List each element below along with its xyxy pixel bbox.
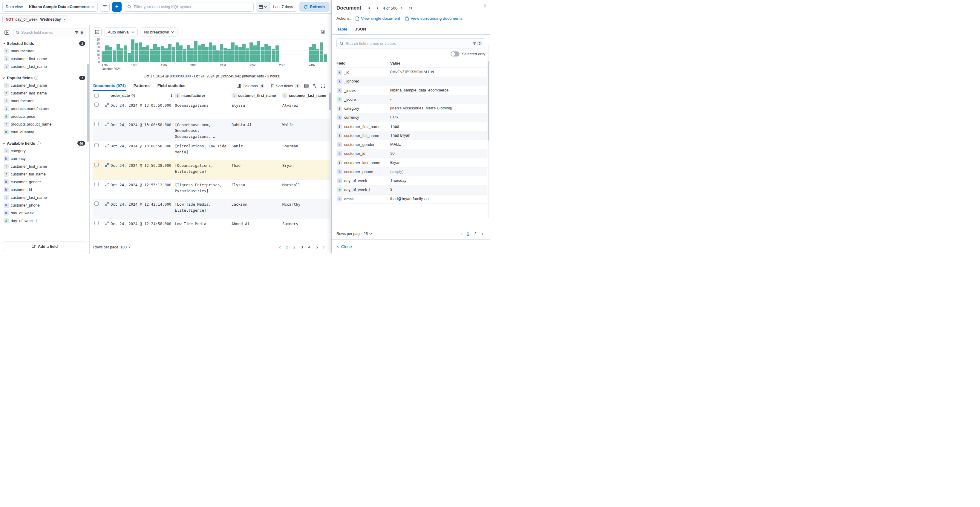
histogram-bar[interactable] (316, 49, 320, 62)
page-3-button[interactable]: 3 (299, 244, 305, 250)
section-header[interactable]: Available fields i 46 (2, 140, 85, 147)
section-header[interactable]: Popular fields i 7 (2, 75, 85, 81)
histogram-bar[interactable] (142, 47, 145, 62)
field-item[interactable]: t customer_last_name (2, 62, 85, 70)
field-item[interactable]: # total_quantity (2, 128, 85, 136)
histogram-bar[interactable] (228, 49, 231, 62)
view-surrounding-documents-link[interactable]: View surrounding documents (405, 16, 463, 21)
field-item[interactable]: t products.manufacturer (2, 105, 85, 112)
kql-search-bar[interactable] (124, 2, 254, 12)
histogram-bar[interactable] (124, 45, 127, 62)
field-item[interactable]: t customer_first_name (2, 81, 85, 89)
selected-only-toggle[interactable] (450, 51, 460, 56)
histogram-bar[interactable] (309, 47, 312, 62)
histogram-bar[interactable] (257, 41, 260, 62)
row-checkbox[interactable] (94, 201, 99, 206)
histogram-bar[interactable] (212, 45, 216, 62)
row-checkbox[interactable] (94, 182, 99, 186)
expand-document-icon[interactable] (105, 201, 109, 206)
doc-field-row[interactable]: k currency EUR (336, 113, 487, 122)
histogram-bar[interactable] (250, 43, 253, 62)
tab-table[interactable]: Table (336, 24, 348, 34)
page-2-button[interactable]: 2 (291, 244, 298, 250)
page-5-button[interactable]: 5 (313, 244, 320, 250)
doc-field-row[interactable]: # _score - (336, 95, 487, 104)
doc-field-row[interactable]: t customer_first_name Thad (336, 122, 487, 131)
kql-search-input[interactable] (134, 5, 250, 9)
close-flyout-button[interactable]: × Close (336, 244, 352, 249)
histogram-bar[interactable] (198, 45, 201, 62)
select-all-checkbox[interactable] (94, 94, 99, 98)
row-height-settings-button[interactable] (310, 82, 319, 90)
page-2-button[interactable]: 2 (472, 231, 479, 237)
field-item[interactable]: t customer_last_name (2, 89, 85, 97)
time-range-button[interactable]: Last 7 days (269, 2, 297, 11)
row-checkbox[interactable] (94, 163, 99, 167)
expand-document-icon[interactable] (105, 221, 109, 226)
doc-field-row[interactable]: k _id 0MvCvZIB9B3fOMiAU1cl (336, 68, 487, 77)
expand-document-icon[interactable] (105, 182, 109, 187)
filter-pill-not-day-of-week[interactable]: NOT day_of_week: Wednesday × (2, 16, 68, 23)
doc-field-row[interactable]: k customer_gender MALE (336, 140, 487, 149)
sidebar-scrollbar[interactable] (87, 64, 89, 142)
calendar-menu-button[interactable] (256, 2, 269, 11)
histogram-bar[interactable] (105, 45, 108, 62)
doc-field-row[interactable]: k email thad@bryan-family.zzz (336, 195, 487, 204)
field-search-box[interactable]: 0 (13, 28, 86, 37)
doc-field-row[interactable]: k customer_id 30 (336, 149, 487, 158)
columns-button[interactable]: Columns 4 (234, 82, 267, 90)
histogram-bar[interactable] (261, 47, 264, 62)
document-row[interactable]: Oct 24, 2024 @ 13:00:58.000 [Microlution… (92, 141, 329, 160)
header-order-date[interactable]: order_date (111, 94, 175, 98)
document-row[interactable]: Oct 24, 2024 @ 12:56:38.000 [Oceanavigat… (92, 160, 329, 180)
tab-documents[interactable]: Documents (974) (92, 81, 126, 91)
previous-page-button[interactable]: ‹ (458, 231, 464, 237)
breakdown-select[interactable]: No breakdown (141, 27, 178, 37)
histogram-bar[interactable] (216, 50, 220, 62)
row-checkbox[interactable] (94, 221, 99, 225)
previous-page-button[interactable]: ‹ (277, 244, 283, 250)
histogram-bar[interactable] (320, 43, 323, 62)
header-customer-last-name[interactable]: tcustomer_last_name (282, 93, 329, 98)
sort-descending-icon[interactable] (170, 94, 173, 97)
field-search-input[interactable] (21, 30, 73, 35)
field-item[interactable]: t category (2, 147, 85, 155)
histogram-bar[interactable] (109, 47, 112, 62)
expand-document-icon[interactable] (105, 102, 109, 107)
field-item[interactable]: t customer_first_name (2, 55, 85, 62)
page-1-button[interactable]: 1 (465, 231, 471, 237)
doc-field-search-input[interactable] (346, 41, 471, 46)
histogram-chart[interactable]: 051015202530 17thOctober 202418th19th20t… (92, 40, 327, 72)
doc-field-filter-button[interactable]: 0 (473, 41, 482, 45)
remove-filter-icon[interactable]: × (63, 18, 66, 22)
header-customer-first-name[interactable]: tcustomer_first_name (232, 93, 282, 98)
edit-visualization-button[interactable] (92, 27, 102, 37)
field-item[interactable]: # products.price (2, 112, 85, 120)
field-item[interactable]: k customer_id (2, 186, 85, 193)
doc-field-row[interactable]: k day_of_week Thursday (336, 176, 487, 185)
doc-field-row[interactable]: # day_of_week_i 3 (336, 185, 487, 194)
histogram-bar[interactable] (239, 47, 242, 62)
page-1-button[interactable]: 1 (283, 244, 290, 250)
doc-rows-per-page-select[interactable]: Rows per page: 25 (336, 232, 372, 236)
field-item[interactable]: k day_of_week (2, 209, 85, 217)
histogram-bar[interactable] (231, 43, 234, 62)
flyout-scrollbar[interactable] (488, 61, 489, 140)
rows-per-page-select[interactable]: Rows per page: 100 (93, 245, 131, 249)
refresh-button[interactable]: Refresh (299, 2, 329, 12)
field-item[interactable]: t manufacturer (2, 97, 85, 105)
histogram-bar[interactable] (272, 49, 275, 62)
data-view-picker[interactable]: Kibana Sample Data eCommerce (26, 2, 97, 11)
density-button[interactable] (302, 82, 310, 90)
tab-patterns[interactable]: Patterns (133, 81, 150, 91)
add-filter-button[interactable]: + (112, 2, 122, 12)
document-row[interactable]: Oct 24, 2024 @ 12:42:14.000 [Low Tide Me… (92, 199, 329, 218)
doc-field-row[interactable]: k _ignored - (336, 77, 487, 86)
histogram-bar[interactable] (183, 49, 186, 62)
field-item[interactable]: t manufacturer (2, 47, 85, 55)
previous-document-button[interactable] (374, 4, 382, 12)
row-checkbox[interactable] (94, 143, 99, 147)
expand-document-icon[interactable] (105, 122, 109, 127)
next-page-button[interactable]: › (321, 244, 326, 250)
field-item[interactable]: k customer_gender (2, 178, 85, 186)
